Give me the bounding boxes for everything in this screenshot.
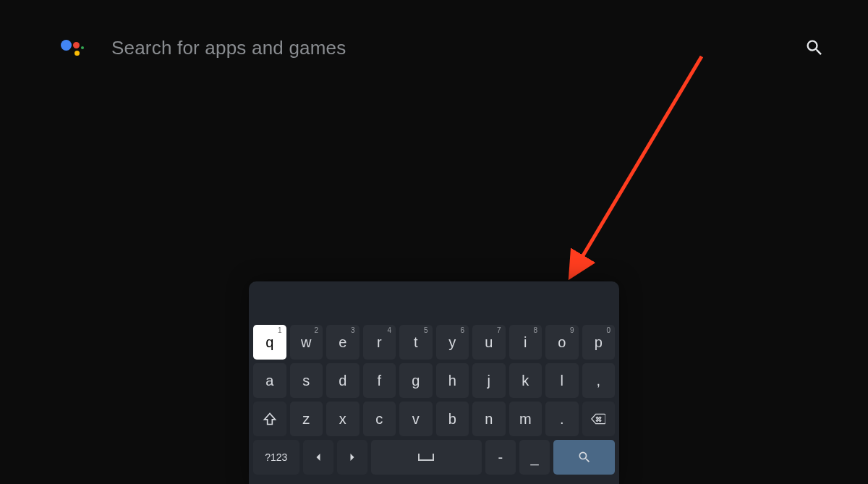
key-superscript: 7: [497, 326, 501, 334]
key-label: k: [522, 373, 529, 389]
key-label: x: [339, 411, 346, 428]
backspace-icon: [591, 412, 605, 426]
key-superscript: 4: [387, 326, 391, 334]
key-l[interactable]: l: [545, 363, 579, 398]
key-a[interactable]: a: [253, 363, 286, 398]
key-i[interactable]: i8: [509, 325, 542, 360]
search-icon[interactable]: [804, 38, 825, 58]
underscore-key[interactable]: _: [519, 440, 550, 475]
search-input[interactable]: [111, 37, 790, 59]
key-label: s: [302, 373, 310, 389]
key-superscript: 6: [460, 326, 464, 334]
key-label: d: [339, 373, 346, 389]
key-label: n: [485, 411, 493, 428]
key-h[interactable]: h: [436, 363, 469, 398]
key-label: b: [448, 411, 456, 428]
keyboard-row-2: asdfghjkl,: [253, 363, 615, 398]
chevron-right-icon: [345, 450, 359, 464]
spacebar-key[interactable]: [371, 440, 481, 475]
google-assistant-icon[interactable]: [61, 37, 82, 59]
key-n[interactable]: n: [472, 402, 506, 436]
key-g[interactable]: g: [399, 363, 433, 398]
key-c[interactable]: c: [363, 402, 396, 436]
backspace-key[interactable]: [582, 402, 616, 436]
key-superscript: 9: [570, 326, 574, 334]
key-label: f: [377, 373, 381, 389]
key-label: u: [485, 334, 493, 351]
key-label: r: [377, 334, 382, 351]
symbols-key[interactable]: ?123: [253, 440, 299, 475]
key-label: o: [558, 334, 566, 351]
key-m[interactable]: m: [509, 402, 542, 436]
shift-key[interactable]: [253, 402, 286, 436]
key-label: q: [265, 334, 273, 351]
key-label: l: [561, 373, 563, 389]
onscreen-keyboard: q1w2e3r4t5y6u7i8o9p0 asdfghjkl, zxcvbnm.…: [249, 281, 619, 484]
key-e[interactable]: e3: [326, 325, 359, 360]
spacebar-icon: [418, 454, 434, 461]
key-label: c: [375, 411, 383, 428]
key-b[interactable]: b: [436, 402, 469, 436]
key-label: m: [519, 411, 532, 428]
svg-line-0: [576, 56, 702, 268]
shift-icon: [263, 412, 277, 426]
key-.[interactable]: .: [545, 402, 579, 436]
key-label: h: [448, 373, 456, 389]
key-label: i: [524, 334, 527, 351]
keyboard-row-4: ?123 - _: [253, 440, 615, 475]
search-action-key[interactable]: [553, 440, 615, 475]
key-z[interactable]: z: [290, 402, 323, 436]
key-superscript: 8: [533, 326, 537, 334]
key-label: ,: [596, 373, 600, 389]
key-superscript: 2: [314, 326, 318, 334]
chevron-left-icon: [311, 450, 326, 464]
key-p[interactable]: p0: [582, 325, 616, 360]
key-label: e: [339, 334, 346, 351]
search-icon: [577, 450, 592, 464]
key-label: t: [414, 334, 418, 351]
key-y[interactable]: y6: [436, 325, 469, 360]
key-label: j: [488, 373, 490, 389]
key-superscript: 0: [606, 326, 610, 334]
key-v[interactable]: v: [399, 402, 433, 436]
key-superscript: 5: [424, 326, 428, 334]
keyboard-row-3: zxcvbnm.: [253, 402, 615, 436]
key-k[interactable]: k: [509, 363, 542, 398]
key-q[interactable]: q1: [253, 325, 286, 360]
key-x[interactable]: x: [326, 402, 359, 436]
key-s[interactable]: s: [290, 363, 323, 398]
key-,[interactable]: ,: [582, 363, 616, 398]
key-label: .: [560, 411, 564, 428]
annotation-arrow-icon: [550, 51, 723, 282]
key-u[interactable]: u7: [472, 325, 506, 360]
key-r[interactable]: r4: [363, 325, 396, 360]
key-label: w: [301, 334, 311, 351]
key-superscript: 3: [351, 326, 355, 334]
key-label: y: [448, 334, 456, 351]
cursor-right-key[interactable]: [337, 440, 367, 475]
key-superscript: 1: [278, 326, 282, 334]
search-bar: [61, 33, 825, 62]
key-w[interactable]: w2: [290, 325, 323, 360]
key-j[interactable]: j: [472, 363, 506, 398]
cursor-left-key[interactable]: [303, 440, 333, 475]
key-o[interactable]: o9: [545, 325, 579, 360]
key-t[interactable]: t5: [399, 325, 433, 360]
key-label: z: [302, 411, 310, 428]
key-f[interactable]: f: [363, 363, 396, 398]
key-label: v: [412, 411, 420, 428]
key-label: a: [265, 373, 273, 389]
key-label: g: [412, 373, 420, 389]
keyboard-row-1: q1w2e3r4t5y6u7i8o9p0: [253, 325, 615, 360]
key-label: p: [595, 334, 603, 351]
dash-key[interactable]: -: [485, 440, 516, 475]
key-d[interactable]: d: [326, 363, 359, 398]
